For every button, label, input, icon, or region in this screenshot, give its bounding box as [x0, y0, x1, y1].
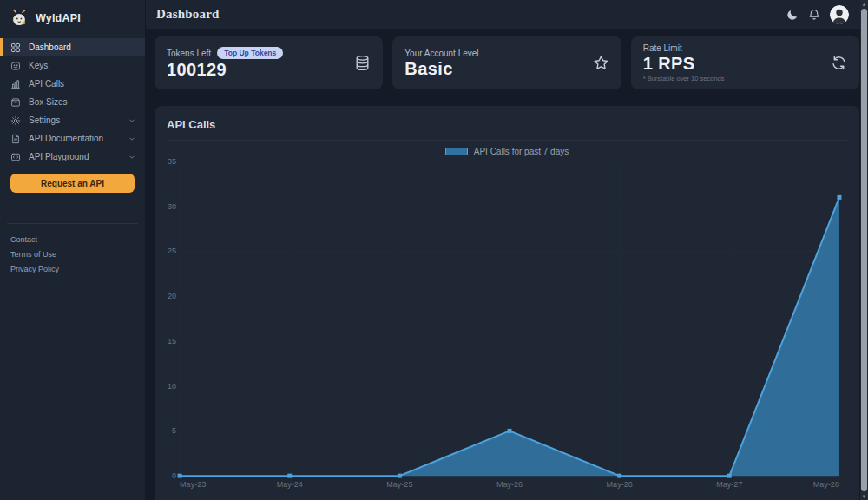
database-icon	[354, 55, 371, 71]
chevron-down-icon[interactable]	[128, 153, 136, 161]
footer-link-terms-of-use[interactable]: Terms of Use	[10, 251, 135, 259]
avatar[interactable]	[830, 5, 849, 24]
sidebar-item-label: Dashboard	[29, 43, 71, 52]
main-area: Dashboard Tokens LeftTop Up Tokens100129…	[146, 0, 868, 500]
svg-text:20: 20	[168, 292, 176, 300]
box-icon	[10, 97, 21, 108]
sidebar-item-api-documentation[interactable]: API Documentation	[0, 129, 145, 148]
page-title: Dashboard	[156, 7, 220, 22]
chart-legend[interactable]: API Calls for past 7 days	[167, 146, 847, 156]
sidebar-item-label: API Calls	[29, 79, 64, 89]
refresh-icon[interactable]	[831, 55, 847, 71]
page-scrollbar[interactable]: ▲ ▼	[860, 0, 868, 500]
sidebar-item-label: API Playground	[29, 152, 89, 161]
chevron-down-icon[interactable]	[128, 116, 136, 125]
sidebar-item-api-calls[interactable]: API Calls	[0, 75, 145, 93]
svg-text:May-26: May-26	[496, 480, 523, 489]
content: Tokens LeftTop Up Tokens100129Your Accou…	[146, 29, 868, 500]
card-value: 100129	[167, 61, 354, 79]
app: WyldAPI DashboardKeysAPI CallsBox SizesS…	[0, 0, 868, 500]
sidebar: WyldAPI DashboardKeysAPI CallsBox SizesS…	[0, 0, 146, 500]
legend-label: API Calls for past 7 days	[474, 147, 569, 156]
scrollbar-thumb[interactable]	[861, 9, 867, 491]
card-label: Your Account Level	[404, 49, 478, 58]
legend-swatch	[445, 148, 468, 155]
sidebar-item-api-playground[interactable]: API Playground	[0, 148, 145, 166]
your-account-level-card: Your Account LevelBasic	[392, 36, 621, 89]
sidebar-item-settings[interactable]: Settings	[0, 111, 145, 129]
header: Dashboard	[146, 0, 868, 29]
keys-icon	[10, 61, 21, 71]
document-icon	[10, 134, 21, 144]
stat-cards-row: Tokens LeftTop Up Tokens100129Your Accou…	[155, 36, 859, 89]
sidebar-item-keys[interactable]: Keys	[0, 56, 145, 75]
x-tick-labels: May-23May-24May-25May-26May-26May-27May-…	[180, 480, 839, 489]
card-main: Rate Limit1 RPS* Burstable over 10 secon…	[643, 43, 831, 82]
bar-chart-icon	[10, 79, 21, 89]
header-actions	[786, 5, 849, 24]
star-icon	[593, 55, 609, 71]
svg-text:30: 30	[168, 202, 176, 211]
top-up-tokens-badge[interactable]: Top Up Tokens	[217, 47, 283, 59]
svg-text:May-28: May-28	[813, 480, 839, 489]
chart-divider	[167, 140, 847, 141]
brand-name: WyldAPI	[36, 12, 81, 24]
svg-text:25: 25	[168, 247, 176, 255]
brand-logo: WyldAPI	[0, 0, 145, 35]
sidebar-item-label: Box Sizes	[29, 97, 67, 107]
svg-text:10: 10	[168, 382, 176, 391]
svg-text:May-24: May-24	[277, 480, 303, 489]
api-calls-chart: 05101520253035May-23May-24May-25May-26Ma…	[167, 156, 847, 500]
scrollbar-up-arrow[interactable]: ▲	[860, 0, 868, 8]
card-label: Tokens Left	[167, 49, 211, 58]
svg-text:5: 5	[172, 426, 176, 435]
svg-text:May-27: May-27	[716, 480, 742, 489]
rate-limit-card: Rate Limit1 RPS* Burstable over 10 secon…	[631, 36, 859, 89]
sidebar-item-label: Keys	[29, 61, 48, 70]
sidebar-item-dashboard[interactable]: Dashboard	[0, 38, 145, 56]
bell-icon[interactable]	[808, 9, 820, 21]
chart-section-title: API Calls	[167, 118, 847, 131]
chart-card: API Calls API Calls for past 7 days 0510…	[155, 106, 859, 500]
gear-icon	[10, 115, 21, 126]
card-label: Rate Limit	[643, 43, 682, 53]
y-tick-labels: 05101520253035	[168, 157, 176, 480]
footer-link-privacy-policy[interactable]: Privacy Policy	[10, 266, 135, 273]
sidebar-item-box-sizes[interactable]: Box Sizes	[0, 93, 145, 111]
sidebar-item-label: API Documentation	[29, 134, 103, 143]
card-main: Tokens LeftTop Up Tokens100129	[167, 47, 354, 79]
sidebar-nav: DashboardKeysAPI CallsBox SizesSettingsA…	[0, 38, 145, 166]
svg-text:May-26: May-26	[607, 480, 633, 489]
card-footnote: * Burstable over 10 seconds	[643, 75, 831, 82]
chevron-down-icon[interactable]	[128, 135, 136, 143]
svg-text:35: 35	[168, 157, 176, 166]
tokens-left-card: Tokens LeftTop Up Tokens100129	[155, 36, 383, 89]
card-value: 1 RPS	[643, 55, 831, 73]
svg-text:May-25: May-25	[386, 480, 412, 489]
footer-link-contact[interactable]: Contact	[10, 236, 135, 244]
request-api-button[interactable]: Request an API	[10, 174, 135, 193]
sidebar-footer-links: ContactTerms of UsePrivacy Policy	[0, 224, 145, 286]
grid-icon	[10, 43, 21, 53]
playground-icon	[10, 152, 21, 162]
moon-icon[interactable]	[786, 9, 799, 21]
mascot-icon	[10, 9, 29, 27]
svg-text:0: 0	[172, 471, 176, 480]
svg-text:May-23: May-23	[180, 480, 206, 489]
card-value: Basic	[404, 60, 592, 78]
scrollbar-down-arrow[interactable]: ▼	[860, 492, 868, 500]
svg-text:15: 15	[168, 337, 176, 345]
gridlines	[180, 161, 839, 476]
sidebar-item-label: Settings	[29, 115, 60, 125]
card-main: Your Account LevelBasic	[404, 49, 592, 78]
